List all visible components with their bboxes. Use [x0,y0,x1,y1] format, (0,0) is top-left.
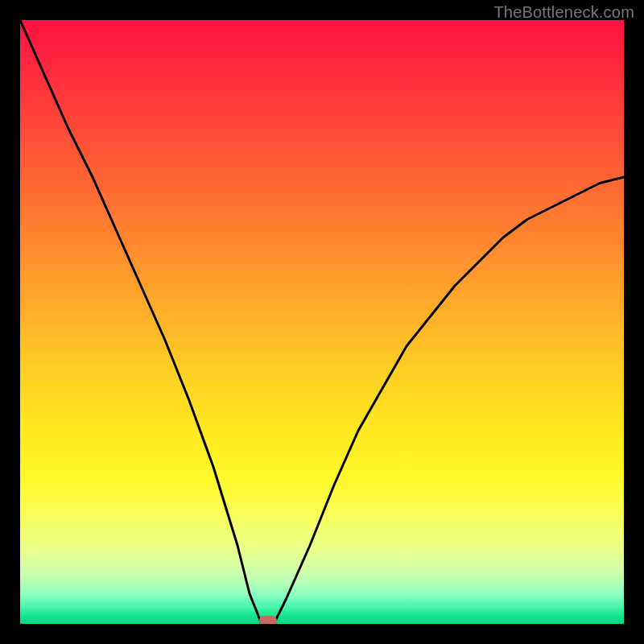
optimal-marker [259,616,277,624]
watermark-text: TheBottleneck.com [493,3,634,22]
bottleneck-curve [20,20,624,624]
chart-frame: TheBottleneck.com [0,0,644,644]
plot-area [20,20,624,624]
